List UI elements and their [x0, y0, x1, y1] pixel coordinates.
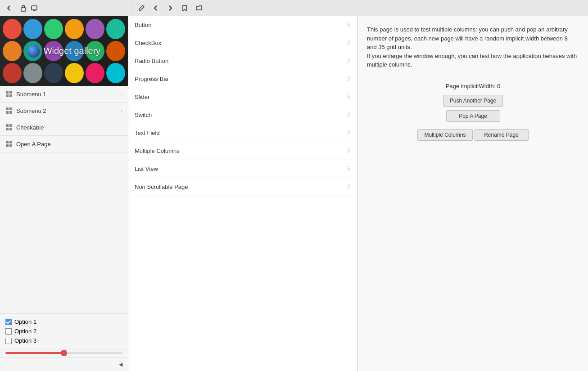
list-item[interactable]: Button⠿ — [128, 16, 357, 34]
push-another-page-button[interactable]: Push Another Page — [443, 95, 503, 107]
slider-area — [0, 349, 128, 358]
list-item-dots-icon: ⠿ — [347, 184, 351, 190]
svg-rect-18 — [6, 144, 9, 147]
list-item-dots-icon: ⠿ — [347, 58, 351, 64]
svg-rect-13 — [9, 124, 12, 127]
list-item-dots-icon: ⠿ — [347, 166, 351, 172]
middle-panel: Button⠿CheckBox⠿Radio Button⠿Progress Ba… — [128, 16, 358, 371]
slider-fill — [5, 352, 64, 354]
description-text: This page is used to test multiple colum… — [367, 25, 579, 69]
svg-rect-16 — [6, 141, 9, 143]
bookmark-button[interactable] — [179, 3, 190, 13]
list-item-dots-icon: ⠿ — [347, 130, 351, 136]
pop-a-page-button[interactable]: Pop A Page — [446, 110, 500, 122]
main-layout: Widget gallery Submenu 1 › — [0, 16, 588, 371]
hero-circle — [86, 19, 104, 39]
list-item-label: Multiple Columns — [135, 148, 180, 154]
list-item-dots-icon: ⠿ — [347, 148, 351, 154]
list-item-dots-icon: ⠿ — [347, 40, 351, 46]
svg-rect-9 — [9, 107, 12, 110]
action-buttons: Push Another Page Pop A Page — [367, 95, 579, 122]
hero-circle — [44, 19, 63, 39]
hero-circle — [106, 19, 125, 39]
nav-items: Submenu 1 › Submenu 2 › — [0, 86, 128, 313]
list-item-label: Progress Bar — [135, 76, 169, 82]
page-implicit-width: Page implicitWidth: 0 — [367, 83, 579, 89]
list-item[interactable]: Multiple Columns⠿ — [128, 142, 357, 160]
list-item[interactable]: Text Field⠿ — [128, 124, 357, 142]
list-item-dots-icon: ⠿ — [347, 76, 351, 82]
open-page-label: Open A Page — [16, 141, 122, 148]
checkbox1-box[interactable] — [5, 319, 12, 325]
hero-circle — [44, 63, 63, 83]
submenu2-icon — [5, 107, 13, 114]
hero-circle — [3, 41, 22, 61]
checkbox3-box[interactable] — [5, 338, 12, 344]
multiple-columns-button[interactable]: Multiple Columns — [417, 129, 472, 141]
list-item-dots-icon: ⠿ — [347, 112, 351, 118]
svg-rect-0 — [21, 8, 26, 11]
svg-rect-8 — [6, 107, 9, 110]
rename-page-button[interactable]: Rename Page — [475, 129, 529, 141]
slider-track[interactable] — [5, 352, 122, 354]
list-item-label: Text Field — [135, 130, 160, 136]
list-item-label: Non Scrollable Page — [135, 183, 188, 190]
svg-rect-7 — [9, 94, 12, 97]
svg-rect-15 — [9, 128, 12, 130]
nav-item-checkable[interactable]: Checkable — [0, 119, 128, 136]
monitor-button[interactable] — [29, 3, 40, 13]
list-item[interactable]: CheckBox⠿ — [128, 34, 357, 52]
list-item[interactable]: Switch⠿ — [128, 106, 357, 124]
hero-circle — [23, 19, 42, 39]
slider-thumb[interactable] — [61, 350, 67, 356]
list-item[interactable]: List View⠿ — [128, 160, 357, 178]
checkbox-option1[interactable]: Option 1 — [5, 317, 122, 326]
bottom-checkboxes: Option 1 Option 2 Option 3 — [0, 313, 128, 349]
checkable-icon — [5, 124, 13, 131]
nav-item-submenu2[interactable]: Submenu 2 › — [0, 103, 128, 119]
list-item-dots-icon: ⠿ — [347, 94, 351, 100]
checkbox3-label: Option 3 — [14, 337, 36, 344]
checkbox2-box[interactable] — [5, 328, 12, 335]
submenu1-icon — [5, 90, 13, 98]
collapse-panel-button[interactable]: ◀ — [117, 360, 124, 369]
back-button[interactable] — [4, 3, 14, 13]
submenu1-label: Submenu 1 — [16, 91, 118, 98]
svg-rect-6 — [6, 94, 9, 97]
list-item[interactable]: Non Scrollable Page⠿ — [128, 178, 357, 196]
list-item[interactable]: Progress Bar⠿ — [128, 70, 357, 88]
bottom-buttons: Multiple Columns Rename Page — [367, 129, 579, 141]
list-items: Button⠿CheckBox⠿Radio Button⠿Progress Ba… — [128, 16, 357, 371]
svg-rect-1 — [32, 6, 37, 10]
next-button[interactable] — [165, 3, 176, 13]
list-item[interactable]: Slider⠿ — [128, 88, 357, 106]
svg-rect-12 — [6, 124, 9, 127]
folder-button[interactable] — [194, 3, 204, 13]
right-panel: This page is used to test multiple colum… — [358, 16, 588, 371]
submenu1-chevron: › — [121, 92, 122, 97]
nav-item-submenu1[interactable]: Submenu 1 › — [0, 86, 128, 103]
checkbox-option2[interactable]: Option 2 — [5, 326, 122, 336]
list-item-label: List View — [135, 165, 158, 172]
svg-rect-19 — [9, 144, 12, 147]
nav-item-open-page[interactable]: Open A Page — [0, 136, 128, 152]
list-item-label: Slider — [135, 94, 149, 100]
hero-circle — [106, 63, 125, 83]
list-item-label: Switch — [135, 112, 152, 118]
hero-circle — [3, 63, 22, 83]
list-item[interactable]: Radio Button⠿ — [128, 52, 357, 70]
checkbox-option3[interactable]: Option 3 — [5, 336, 122, 345]
hero-image: Widget gallery — [0, 16, 128, 86]
submenu2-label: Submenu 2 — [16, 107, 118, 114]
lock-button[interactable] — [18, 3, 29, 13]
pencil-button[interactable] — [136, 3, 147, 13]
hero-title: Widget gallery — [27, 45, 101, 58]
hero-circle — [65, 63, 84, 83]
hero-circle — [65, 19, 84, 39]
list-item-dots-icon: ⠿ — [347, 22, 351, 28]
prev-button[interactable] — [150, 3, 161, 13]
list-item-label: Radio Button — [135, 58, 168, 64]
svg-rect-17 — [9, 141, 12, 143]
svg-rect-14 — [6, 128, 9, 130]
left-panel: Widget gallery Submenu 1 › — [0, 16, 128, 371]
